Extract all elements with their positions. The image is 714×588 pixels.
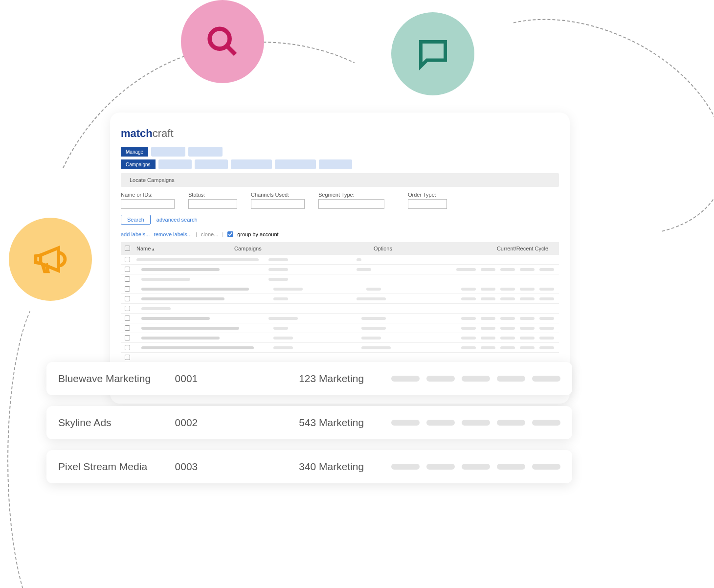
column-campaigns[interactable]: Campaigns [234, 246, 374, 251]
filter-input-status[interactable] [188, 199, 237, 209]
separator: | [222, 231, 223, 237]
row-checkbox[interactable] [125, 325, 130, 331]
filter-label-name: Name or IDs: [121, 192, 175, 198]
column-cycle[interactable]: Current/Recent Cycle [486, 246, 559, 251]
row-checkbox[interactable] [125, 296, 130, 301]
row-checkbox[interactable] [125, 355, 130, 360]
row-checkbox[interactable] [125, 335, 130, 340]
table-row [121, 255, 559, 265]
primary-tabs: Manage [121, 147, 559, 157]
tab-placeholder[interactable] [231, 159, 272, 169]
chat-icon [415, 36, 451, 72]
advanced-search-link[interactable]: advanced search [156, 217, 198, 223]
campaign-type: 123 Marketing [299, 373, 381, 384]
feature-circle-chat [391, 12, 474, 95]
table-row [121, 333, 559, 343]
row-checkbox[interactable] [125, 257, 130, 262]
logo-part2: craft [153, 127, 174, 139]
card-metrics [391, 376, 560, 382]
table-row [121, 304, 559, 314]
add-labels-link[interactable]: add labels... [121, 231, 150, 237]
row-checkbox[interactable] [125, 345, 130, 350]
tab-placeholder[interactable] [275, 159, 316, 169]
group-by-account-checkbox[interactable] [227, 231, 233, 237]
campaign-name: Pixel Stream Media [58, 461, 165, 473]
megaphone-icon [31, 240, 70, 279]
filters-row: Name or IDs: Status: Channels Used: Segm… [121, 192, 559, 209]
filter-label-segment: Segment Type: [318, 192, 384, 198]
filter-input-name[interactable] [121, 199, 175, 209]
table-row [121, 274, 559, 284]
card-metrics [391, 420, 560, 426]
logo-part1: match [121, 127, 153, 139]
secondary-tabs: Campaigns [121, 159, 559, 169]
tab-campaigns[interactable]: Campaigns [121, 159, 156, 169]
filter-input-segment[interactable] [318, 199, 384, 209]
filter-label-channels: Channels Used: [251, 192, 305, 198]
campaign-type: 543 Marketing [299, 417, 381, 429]
row-checkbox[interactable] [125, 267, 130, 272]
row-checkbox[interactable] [125, 276, 130, 282]
filter-label-order: Order Type: [408, 192, 447, 198]
table-row [121, 323, 559, 333]
tab-placeholder[interactable] [195, 159, 228, 169]
section-header: Locate Campaigns [121, 173, 559, 187]
tab-manage[interactable]: Manage [121, 147, 148, 157]
feature-circle-search [181, 0, 264, 83]
separator: | [196, 231, 197, 237]
tab-placeholder[interactable] [151, 147, 185, 157]
svg-line-1 [227, 46, 236, 55]
table-row [121, 294, 559, 304]
filter-label-status: Status: [188, 192, 237, 198]
tab-placeholder[interactable] [319, 159, 352, 169]
svg-point-0 [210, 29, 230, 49]
row-checkbox[interactable] [125, 306, 130, 311]
search-icon [205, 24, 240, 59]
campaign-card[interactable]: Pixel Stream Media 0003 340 Marketing [46, 450, 572, 483]
app-panel: matchcraft Manage Campaigns Locate Campa… [110, 113, 570, 404]
table-row [121, 314, 559, 323]
campaign-name: Skyline Ads [58, 417, 165, 429]
campaign-type: 340 Marketing [299, 461, 381, 473]
row-checkbox[interactable] [125, 286, 130, 292]
section-title: Locate Campaigns [130, 177, 175, 183]
app-logo: matchcraft [121, 127, 559, 140]
feature-circle-megaphone [9, 218, 92, 301]
campaign-card[interactable]: Bluewave Marketing 0001 123 Marketing [46, 362, 572, 395]
table-row [121, 284, 559, 294]
column-name[interactable]: Name [136, 246, 234, 251]
filter-input-order[interactable] [408, 199, 447, 209]
campaign-id: 0001 [175, 373, 214, 384]
table-row [121, 353, 559, 362]
campaign-id: 0002 [175, 417, 214, 429]
table-row [121, 265, 559, 274]
clone-action[interactable]: clone... [201, 231, 218, 237]
filter-input-channels[interactable] [251, 199, 305, 209]
remove-labels-link[interactable]: remove labels... [154, 231, 192, 237]
group-by-account-label: group by account [237, 231, 278, 237]
select-all-checkbox[interactable] [125, 246, 130, 251]
tab-placeholder[interactable] [158, 159, 192, 169]
campaign-name: Bluewave Marketing [58, 373, 165, 384]
search-button[interactable]: Search [121, 215, 151, 225]
campaign-card[interactable]: Skyline Ads 0002 543 Marketing [46, 406, 572, 439]
table-header: Name Campaigns Options Current/Recent Cy… [121, 242, 559, 255]
column-options[interactable]: Options [374, 246, 486, 251]
tab-placeholder[interactable] [188, 147, 223, 157]
table-row [121, 343, 559, 353]
row-checkbox[interactable] [125, 316, 130, 321]
card-metrics [391, 464, 560, 470]
campaign-id: 0003 [175, 461, 214, 473]
